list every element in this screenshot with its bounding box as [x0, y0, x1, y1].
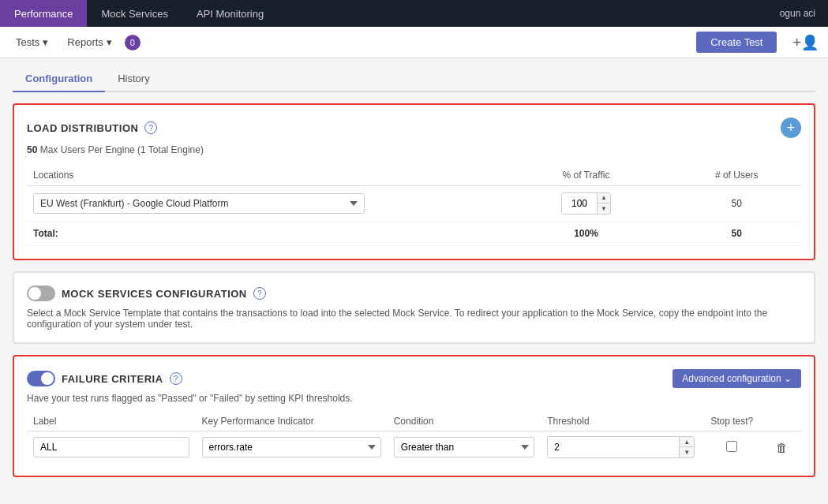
fc-col-kpi: Key Performance Indicator	[196, 412, 388, 431]
total-row: Total: 100% 50	[27, 222, 801, 246]
add-engine-button[interactable]: +	[781, 118, 801, 138]
sub-nav: Tests ▾ Reports ▾ 0 Create Test +👤	[0, 27, 828, 58]
tests-dropdown[interactable]: Tests ▾	[9, 33, 54, 51]
user-label: ogun aci	[767, 8, 828, 19]
nav-item-mock-services[interactable]: Mock Services	[87, 0, 182, 27]
fc-stop-test-checkbox[interactable]	[726, 441, 737, 452]
max-users-label: Max Users Per Engine (1 Total Engine)	[40, 144, 204, 155]
failure-criteria-title: FAILURE CRITERIA	[62, 373, 163, 385]
mock-services-description: Select a Mock Service Template that cont…	[27, 308, 801, 330]
traffic-input[interactable]	[562, 193, 597, 214]
load-table: Locations % of Traffic # of Users EU Wes…	[27, 165, 801, 246]
threshold-spinner-down[interactable]: ▼	[680, 447, 694, 457]
advanced-config-button[interactable]: Advanced configuration ⌄	[673, 369, 801, 388]
mock-services-title: MOCK SERVICES CONFIGURATION	[62, 288, 247, 300]
fc-condition-select[interactable]: Greater than	[394, 437, 534, 457]
failure-criteria-subtitle: Have your test runs flagged as "Passed" …	[27, 393, 801, 404]
col-header-location: Locations	[27, 165, 500, 186]
failure-criteria-table: Label Key Performance Indicator Conditio…	[27, 412, 801, 463]
tab-history[interactable]: History	[105, 66, 162, 92]
failure-criteria-section: FAILURE CRITERIA ? Advanced configuratio…	[13, 355, 815, 477]
nav-item-api-monitoring[interactable]: API Monitoring	[182, 0, 278, 27]
chevron-down-icon-reports: ▾	[107, 36, 112, 48]
col-header-users: # of Users	[672, 165, 801, 186]
mock-services-help-icon[interactable]: ?	[253, 287, 266, 300]
top-nav: Performance Mock Services API Monitoring…	[0, 0, 828, 27]
load-distribution-title: LOAD DISTRIBUTION	[27, 122, 138, 134]
nav-item-performance[interactable]: Performance	[0, 0, 87, 27]
fc-kpi-select[interactable]: errors.rate	[202, 437, 381, 457]
load-distribution-help-icon[interactable]: ?	[144, 121, 157, 134]
tab-configuration[interactable]: Configuration	[13, 66, 105, 92]
location-select[interactable]: EU West (Frankfurt) - Google Cloud Platf…	[33, 193, 365, 214]
chevron-down-icon: ▾	[43, 36, 48, 48]
total-traffic: 100%	[574, 228, 598, 239]
badge-count: 0	[125, 35, 140, 50]
failure-criteria-help-icon[interactable]: ?	[170, 372, 182, 385]
load-distribution-section: LOAD DISTRIBUTION ? + 50 Max Users Per E…	[13, 103, 815, 260]
total-label: Total:	[33, 228, 58, 239]
fc-col-delete	[762, 412, 801, 431]
row-users-count: 50	[732, 198, 742, 209]
table-row: EU West (Frankfurt) - Google Cloud Platf…	[27, 186, 801, 222]
fc-threshold-input[interactable]	[548, 438, 679, 457]
fc-col-threshold: Threshold	[541, 412, 701, 431]
reports-dropdown[interactable]: Reports ▾	[61, 33, 118, 51]
mock-services-section: MOCK SERVICES CONFIGURATION ? Select a M…	[13, 271, 815, 344]
threshold-spinner-up[interactable]: ▲	[680, 437, 694, 447]
col-header-traffic: % of Traffic	[500, 165, 673, 186]
fc-col-label: Label	[27, 412, 196, 431]
max-users-count: 50	[27, 144, 37, 155]
tabs: Configuration History	[13, 66, 815, 92]
fc-label-input[interactable]	[33, 437, 189, 457]
fc-col-condition: Condition	[388, 412, 541, 431]
traffic-spinner-up[interactable]: ▲	[598, 193, 610, 203]
create-test-button[interactable]: Create Test	[696, 32, 777, 53]
mock-services-toggle[interactable]	[27, 286, 55, 301]
add-user-icon[interactable]: +👤	[792, 34, 819, 51]
fc-table-row: errors.rate Greater than ▲ ▼	[27, 431, 801, 464]
traffic-spinner-down[interactable]: ▼	[598, 203, 610, 214]
fc-delete-button[interactable]: 🗑	[776, 441, 788, 454]
total-users: 50	[732, 228, 742, 239]
failure-criteria-toggle[interactable]	[27, 371, 55, 386]
fc-col-stop: Stop test?	[701, 412, 762, 431]
